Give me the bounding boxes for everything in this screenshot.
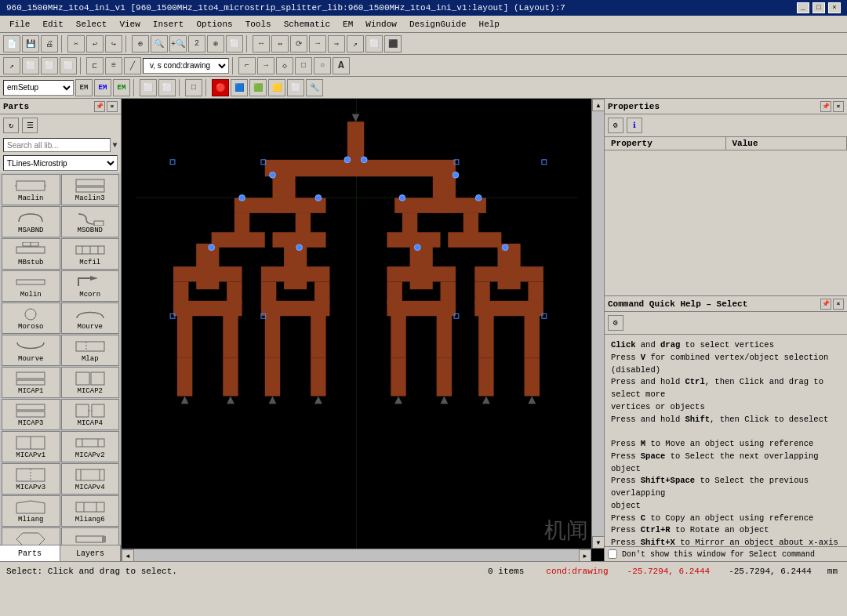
maximize-button[interactable]: □ bbox=[812, 2, 825, 13]
props-info-icon[interactable]: ℹ bbox=[627, 118, 642, 133]
menu-file[interactable]: File bbox=[3, 18, 36, 31]
search-input[interactable] bbox=[3, 138, 111, 152]
part-micap4[interactable]: MICAP4 bbox=[61, 399, 120, 430]
props-close-button[interactable]: × bbox=[833, 101, 844, 112]
parts-list-icon[interactable]: ☰ bbox=[22, 118, 38, 133]
part-msobnd[interactable]: MSOBND bbox=[61, 206, 120, 237]
part-mlap[interactable]: Mlap bbox=[61, 335, 120, 366]
parts-pin-button[interactable]: 📌 bbox=[94, 101, 105, 112]
tb-r2-5[interactable]: ⊏ bbox=[86, 57, 104, 74]
tb-r2-6[interactable]: ≡ bbox=[105, 57, 122, 74]
scroll-h-track[interactable] bbox=[134, 549, 579, 561]
menu-window[interactable]: Window bbox=[359, 18, 403, 31]
window-controls[interactable]: _ □ × bbox=[797, 2, 841, 13]
part-mourve2[interactable]: Mourve bbox=[2, 335, 60, 366]
part-mcorn[interactable]: Mcorn bbox=[61, 270, 120, 302]
tb9[interactable]: ⟳ bbox=[290, 35, 307, 53]
tb10[interactable]: → bbox=[309, 35, 326, 53]
part-micapv2[interactable]: MICAPv2 bbox=[61, 431, 120, 462]
tab-layers[interactable]: Layers bbox=[60, 545, 121, 561]
tb6[interactable]: ⬜ bbox=[226, 35, 243, 53]
tb-r2-12[interactable]: ○ bbox=[314, 57, 331, 74]
scroll-v-track[interactable] bbox=[592, 111, 604, 536]
tb-r2-9[interactable]: → bbox=[257, 57, 274, 74]
tb13[interactable]: ⬜ bbox=[365, 35, 383, 53]
part-micap1[interactable]: MICAP1 bbox=[2, 367, 60, 398]
menu-tools[interactable]: Tools bbox=[239, 18, 278, 31]
library-select[interactable]: TLines-Microstrip bbox=[3, 155, 118, 171]
tb4[interactable]: 2 bbox=[188, 35, 205, 53]
part-mlef[interactable]: MLEF bbox=[61, 527, 120, 545]
part-micapv1[interactable]: MICAPv1 bbox=[2, 431, 60, 462]
part-micap2[interactable]: MICAP2 bbox=[61, 367, 120, 398]
menu-view[interactable]: View bbox=[113, 18, 146, 31]
tb-r2-10[interactable]: ◇ bbox=[276, 57, 293, 74]
save-button[interactable]: 💾 bbox=[22, 35, 39, 53]
tb-r2-13[interactable]: A bbox=[333, 57, 350, 74]
tb-r3-1[interactable]: ⬜ bbox=[140, 79, 157, 96]
menu-options[interactable]: Options bbox=[190, 18, 238, 31]
help-checkbox[interactable] bbox=[608, 549, 617, 559]
part-micap3[interactable]: MICAP3 bbox=[2, 399, 60, 430]
part-moroso[interactable]: Moroso bbox=[2, 303, 60, 334]
tb-r3-5[interactable]: 🟦 bbox=[231, 79, 248, 96]
part-molin[interactable]: Molin bbox=[2, 270, 60, 302]
part-micapv4[interactable]: MICAPv4 bbox=[61, 463, 120, 495]
tb12[interactable]: ↗ bbox=[347, 35, 364, 53]
tb-r3-7[interactable]: 🟨 bbox=[268, 79, 285, 96]
menu-insert[interactable]: Insert bbox=[147, 18, 191, 31]
props-pin-button[interactable]: 📌 bbox=[820, 101, 831, 112]
part-mliang[interactable]: Mliang bbox=[2, 495, 60, 527]
drawing-mode-select[interactable]: v, s cond:drawing bbox=[143, 58, 229, 74]
tb3[interactable]: +🔍 bbox=[169, 35, 187, 53]
menu-schematic[interactable]: Schematic bbox=[278, 18, 336, 31]
help-pin-button[interactable]: 📌 bbox=[820, 299, 831, 310]
tb-r2-7[interactable]: ╱ bbox=[124, 57, 141, 74]
tb-r2-4[interactable]: ⬜ bbox=[60, 57, 77, 74]
tb7[interactable]: ↔ bbox=[253, 35, 270, 53]
redo-button[interactable]: ↪ bbox=[105, 35, 122, 53]
tb-r3-9[interactable]: 🔧 bbox=[306, 79, 323, 96]
filter-icon[interactable]: ▼ bbox=[112, 139, 118, 151]
scroll-right-button[interactable]: ► bbox=[579, 549, 591, 561]
horizontal-scrollbar[interactable]: ◄ ► bbox=[122, 549, 591, 561]
part-maclin[interactable]: Maclin bbox=[2, 174, 60, 205]
tb-r3-4[interactable]: 🔴 bbox=[212, 79, 229, 96]
parts-refresh-icon[interactable]: ↻ bbox=[3, 118, 19, 133]
help-gear-icon[interactable]: ⚙ bbox=[608, 315, 623, 331]
menu-help[interactable]: Help bbox=[473, 18, 506, 31]
part-maclin3[interactable]: Maclin3 bbox=[61, 174, 120, 205]
tb-r2-3[interactable]: ⬜ bbox=[41, 57, 58, 74]
canvas-area[interactable]: ▲ ▼ ◄ ► 机闻 bbox=[122, 99, 604, 561]
tb-r2-2[interactable]: ⬜ bbox=[22, 57, 39, 74]
menu-designguide[interactable]: DesignGuide bbox=[403, 18, 473, 31]
scroll-up-button[interactable]: ▲ bbox=[592, 99, 604, 111]
new-button[interactable]: 📄 bbox=[3, 35, 20, 53]
tb8[interactable]: ⇔ bbox=[271, 35, 289, 53]
tb1[interactable]: ⊕ bbox=[132, 35, 149, 53]
tb-r2-11[interactable]: □ bbox=[295, 57, 312, 74]
em-btn2[interactable]: EM bbox=[94, 79, 111, 96]
menu-edit[interactable]: Edit bbox=[36, 18, 69, 31]
part-mbstub[interactable]: MBstub bbox=[2, 238, 60, 270]
tb-r3-3[interactable]: □ bbox=[185, 79, 202, 96]
minimize-button[interactable]: _ bbox=[797, 2, 809, 13]
menu-select[interactable]: Select bbox=[70, 18, 114, 31]
part-mliang6[interactable]: Mliang6 bbox=[61, 495, 120, 527]
cut-button[interactable]: ✂ bbox=[67, 35, 85, 53]
part-mliang8[interactable]: Mliang8 bbox=[2, 527, 60, 545]
part-mourve[interactable]: Mourve bbox=[61, 303, 120, 334]
parts-close-button[interactable]: × bbox=[107, 101, 118, 112]
print-button[interactable]: 🖨 bbox=[41, 35, 58, 53]
part-mcfil[interactable]: Mcfil bbox=[61, 238, 120, 270]
tb-r3-2[interactable]: ⬜ bbox=[158, 79, 176, 96]
scroll-left-button[interactable]: ◄ bbox=[122, 549, 134, 561]
tb-r2-8[interactable]: ⌐ bbox=[238, 57, 256, 74]
menu-em[interactable]: EM bbox=[336, 18, 359, 31]
help-close-button[interactable]: × bbox=[833, 299, 844, 310]
vertical-scrollbar[interactable]: ▲ ▼ bbox=[591, 99, 604, 549]
tb-r2-1[interactable]: ↗ bbox=[3, 57, 20, 74]
tb2[interactable]: 🔍 bbox=[151, 35, 168, 53]
part-msabnd[interactable]: MSABND bbox=[2, 206, 60, 237]
em-btn3[interactable]: EM bbox=[113, 79, 130, 96]
